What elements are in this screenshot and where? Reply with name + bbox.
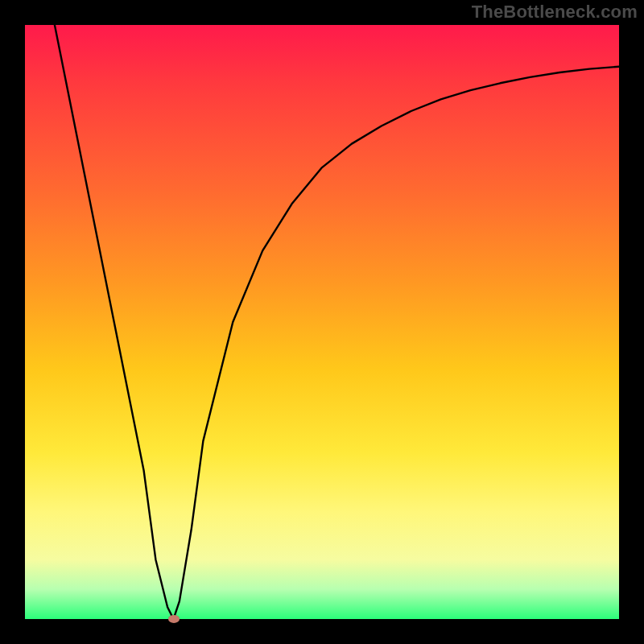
bottleneck-curve xyxy=(25,25,619,619)
minimum-marker xyxy=(168,615,180,623)
plot-area xyxy=(25,25,619,619)
watermark-text: TheBottleneck.com xyxy=(472,2,638,23)
chart-frame: TheBottleneck.com xyxy=(0,0,644,644)
